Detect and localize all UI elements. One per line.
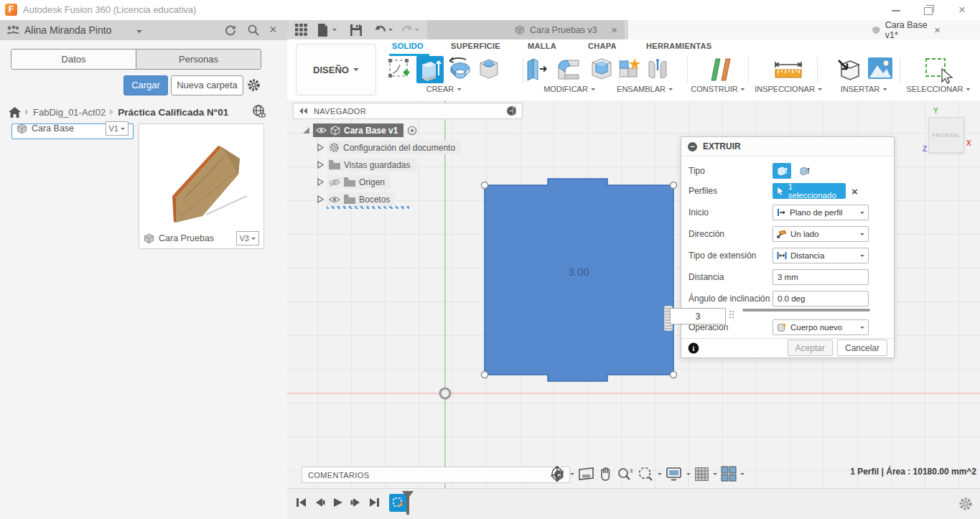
tree-row-doc-settings[interactable]: Configuración del documento bbox=[317, 141, 461, 154]
grid-settings-icon[interactable] bbox=[694, 467, 709, 482]
share-globe-icon[interactable] bbox=[251, 103, 266, 118]
manipulator-grip-dots-icon[interactable] bbox=[729, 311, 734, 318]
tree-item[interactable]: Origen bbox=[327, 175, 391, 189]
insert-derive-icon[interactable] bbox=[836, 56, 863, 83]
group-ensamblar[interactable]: ENSAMBLAR bbox=[617, 85, 673, 93]
hole-tool-icon[interactable] bbox=[476, 56, 502, 82]
distance-manipulator-input[interactable] bbox=[670, 308, 726, 324]
extrude-type-solid-icon[interactable] bbox=[773, 163, 791, 179]
file-menu-button[interactable] bbox=[317, 22, 337, 37]
group-insertar[interactable]: INSERTAR bbox=[841, 85, 887, 93]
expander-closed-icon[interactable] bbox=[317, 195, 324, 203]
search-icon[interactable] bbox=[247, 24, 260, 37]
accept-button[interactable]: Aceptar bbox=[788, 340, 833, 356]
expander-closed-icon[interactable] bbox=[317, 178, 324, 186]
distance-input[interactable] bbox=[773, 269, 869, 285]
viewports-icon[interactable] bbox=[721, 466, 737, 482]
document-tab-cara-base[interactable]: Cara Base v1* × bbox=[628, 20, 980, 39]
create-sketch-icon[interactable] bbox=[388, 56, 412, 82]
measure-tool-icon[interactable] bbox=[773, 56, 804, 82]
activate-component-radio-icon[interactable] bbox=[407, 126, 417, 136]
minimize-button[interactable] bbox=[885, 2, 907, 18]
press-pull-tool-icon[interactable] bbox=[524, 56, 549, 82]
go-to-start-icon[interactable] bbox=[296, 497, 307, 508]
display-settings-icon[interactable] bbox=[666, 467, 683, 481]
tree-item[interactable]: Vistas guardadas bbox=[327, 158, 416, 172]
ribbon-tab-chapa[interactable]: CHAPA bbox=[588, 42, 617, 50]
profiles-selected-chip[interactable]: 1 seleccionado bbox=[773, 183, 846, 199]
tree-row-root[interactable]: Cara Base v1 bbox=[303, 123, 417, 137]
expander-closed-icon[interactable] bbox=[317, 144, 324, 151]
collapse-dialog-icon[interactable]: − bbox=[688, 142, 697, 151]
refresh-icon[interactable] bbox=[224, 24, 237, 37]
direction-select[interactable]: Un lado bbox=[773, 226, 869, 242]
user-menu-caret-icon[interactable] bbox=[136, 30, 142, 33]
joint-tool-icon[interactable] bbox=[645, 56, 671, 83]
extent-type-select[interactable]: Distancia bbox=[773, 248, 869, 263]
fit-view-icon[interactable] bbox=[637, 466, 654, 482]
navigator-panel-header[interactable]: NAVEGADOR − bbox=[293, 103, 523, 119]
insert-canvas-image-icon[interactable] bbox=[867, 56, 894, 80]
app-grid-menu-icon[interactable] bbox=[295, 22, 307, 37]
upload-button[interactable]: Cargar bbox=[123, 75, 168, 95]
navigator-grip-handle[interactable] bbox=[513, 106, 516, 114]
viewports-caret-icon[interactable] bbox=[740, 473, 745, 475]
view-cube[interactable]: FRONTAL bbox=[928, 117, 964, 153]
collapse-panel-icon[interactable] bbox=[299, 108, 308, 114]
version-badge[interactable]: V3 bbox=[236, 231, 259, 246]
tab-datos[interactable]: Datos bbox=[11, 50, 136, 69]
construct-plane-icon[interactable] bbox=[706, 56, 734, 83]
extrude-dialog-header[interactable]: − EXTRUIR bbox=[681, 137, 894, 156]
comments-panel-header[interactable]: COMENTARIOS + bbox=[302, 467, 570, 483]
tree-row-sketches[interactable]: Bocetos bbox=[317, 192, 396, 206]
step-back-icon[interactable] bbox=[314, 497, 325, 508]
shell-tool-icon[interactable] bbox=[589, 56, 615, 82]
undo-button[interactable] bbox=[374, 22, 393, 37]
home-icon[interactable] bbox=[9, 107, 21, 118]
fit-caret-icon[interactable] bbox=[658, 473, 662, 475]
pan-hand-icon[interactable] bbox=[598, 467, 613, 482]
file-card-cara-base[interactable]: Cara Base V1 bbox=[11, 123, 134, 139]
tab-personas[interactable]: Personas bbox=[136, 50, 261, 69]
timeline-settings-gear-icon[interactable] bbox=[958, 497, 973, 511]
redo-button[interactable] bbox=[401, 22, 419, 37]
group-crear[interactable]: CREAR bbox=[426, 85, 462, 93]
new-folder-button[interactable]: Nueva carpeta bbox=[171, 75, 243, 95]
step-forward-icon[interactable] bbox=[350, 497, 361, 508]
cancel-button[interactable]: Cancelar bbox=[837, 340, 887, 356]
ribbon-tab-herramientas[interactable]: HERRAMIENTAS bbox=[646, 42, 711, 50]
visibility-off-eye-icon[interactable] bbox=[329, 177, 340, 187]
distance-slider[interactable] bbox=[742, 309, 870, 312]
breadcrumb-folder[interactable]: FabDig_01-Act02 bbox=[33, 107, 106, 118]
expander-closed-icon[interactable] bbox=[317, 161, 324, 169]
extrude-tool-icon-active[interactable] bbox=[416, 56, 444, 83]
timeline-playhead-handle[interactable] bbox=[402, 491, 414, 499]
close-tab-icon[interactable]: × bbox=[934, 24, 941, 35]
tree-row-saved-views[interactable]: Vistas guardadas bbox=[317, 158, 416, 172]
zoom-tool-icon[interactable]: ± bbox=[617, 467, 633, 482]
revolve-tool-icon[interactable] bbox=[447, 56, 474, 80]
clear-selection-icon[interactable]: × bbox=[851, 185, 858, 197]
ribbon-tab-malla[interactable]: MALLA bbox=[528, 42, 556, 50]
visibility-eye-icon[interactable] bbox=[316, 126, 327, 135]
group-inspeccionar[interactable]: INSPECCIONAR bbox=[755, 85, 822, 93]
close-tab-icon[interactable]: × bbox=[611, 24, 617, 35]
expander-open-icon[interactable] bbox=[303, 127, 309, 134]
tree-row-origin[interactable]: Origen bbox=[317, 175, 391, 189]
start-select[interactable]: Plano de perfil bbox=[773, 205, 869, 220]
tree-item[interactable]: Configuración del documento bbox=[327, 141, 461, 154]
go-to-end-icon[interactable] bbox=[369, 497, 380, 508]
group-construir[interactable]: CONSTRUIR bbox=[691, 85, 745, 93]
visibility-eye-icon[interactable] bbox=[329, 195, 340, 205]
select-tool-icon[interactable] bbox=[923, 56, 955, 85]
operation-select[interactable]: Cuerpo nuevo bbox=[773, 319, 869, 335]
data-settings-gear-icon[interactable] bbox=[247, 78, 261, 92]
fillet-tool-icon[interactable] bbox=[556, 56, 583, 82]
tree-root-selected[interactable]: Cara Base v1 bbox=[313, 123, 403, 137]
close-panel-icon[interactable]: × bbox=[269, 22, 277, 37]
taper-angle-input[interactable] bbox=[773, 291, 869, 307]
grid-caret-icon[interactable] bbox=[713, 473, 717, 475]
ribbon-tab-superficie[interactable]: SUPERFICIE bbox=[451, 42, 500, 50]
save-button[interactable] bbox=[350, 22, 362, 37]
new-component-icon[interactable] bbox=[617, 56, 644, 83]
